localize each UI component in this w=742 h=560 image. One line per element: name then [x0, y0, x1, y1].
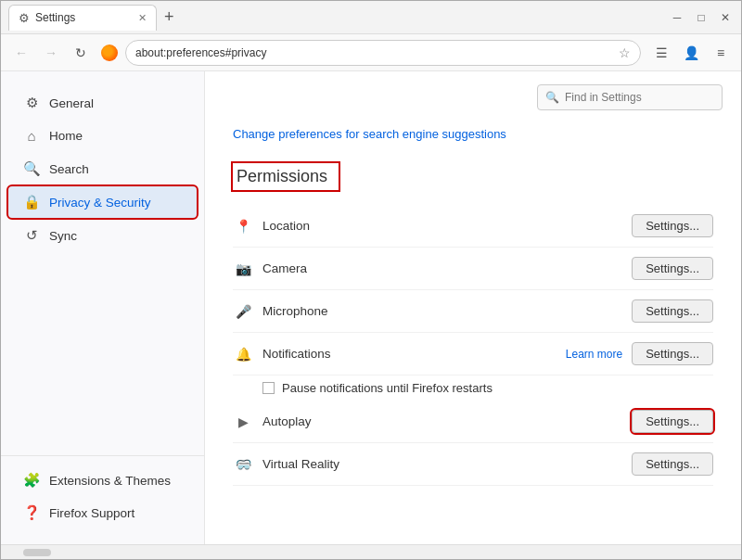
sidebar-item-home-label: Home [49, 129, 83, 143]
sidebar-item-extensions-label: Extensions & Themes [49, 474, 171, 488]
camera-settings-button[interactable]: Settings... [632, 257, 713, 280]
close-window-button[interactable]: ✕ [717, 9, 734, 26]
pause-notifications-label: Pause notifications until Firefox restar… [282, 381, 493, 395]
permission-label-autoplay: Autoplay [262, 414, 622, 428]
pause-notifications-checkbox[interactable] [262, 382, 275, 394]
permission-row-microphone: 🎤 Microphone Settings... [233, 290, 713, 333]
autoplay-icon: ▶ [233, 414, 253, 429]
pause-notifications-row: Pause notifications until Firefox restar… [233, 375, 713, 401]
sidebar-item-home[interactable]: ⌂ Home [8, 121, 197, 151]
notifications-icon: 🔔 [233, 347, 253, 362]
window-controls: ─ □ ✕ [669, 9, 734, 26]
find-input[interactable] [565, 91, 714, 104]
sync-icon: ↺ [23, 227, 40, 244]
permission-label-notifications: Notifications [262, 347, 551, 361]
sidebar-item-support[interactable]: ❓ Firefox Support [8, 497, 197, 528]
bookmark-star-icon[interactable]: ☆ [619, 45, 631, 60]
browser-window: ⚙ Settings ✕ + ─ □ ✕ ← → ↻ about:prefere… [0, 0, 742, 560]
minimize-button[interactable]: ─ [669, 9, 685, 26]
privacy-icon: 🔒 [23, 194, 40, 210]
microphone-settings-button[interactable]: Settings... [632, 299, 713, 323]
active-tab[interactable]: ⚙ Settings ✕ [8, 5, 157, 31]
permission-label-location: Location [262, 219, 622, 233]
suggestion-link[interactable]: Change preferences for search engine sug… [233, 127, 713, 141]
notifications-settings-button[interactable]: Settings... [632, 342, 713, 365]
general-icon: ⚙ [23, 95, 40, 111]
sidebar-bottom: 🧩 Extensions & Themes ❓ Firefox Support [1, 455, 204, 529]
permission-label-vr: Virtual Reality [262, 457, 622, 471]
find-in-settings[interactable]: 🔍 [537, 84, 723, 110]
content-area: ⚙ General ⌂ Home 🔍 Search 🔒 Privacy & Se… [1, 71, 741, 544]
support-icon: ❓ [23, 504, 40, 521]
permission-row-virtual-reality: 🥽 Virtual Reality Settings... [233, 443, 713, 486]
sidebar-item-privacy-label: Privacy & Security [49, 196, 151, 210]
home-icon: ⌂ [23, 128, 40, 144]
horizontal-scrollbar[interactable] [1, 544, 741, 559]
pocket-button[interactable]: ☰ [648, 40, 674, 66]
firefox-logo [101, 45, 118, 61]
sidebar-item-sync-label: Sync [49, 229, 77, 243]
sidebar-item-search-label: Search [49, 162, 89, 176]
location-icon: 📍 [233, 219, 253, 234]
find-icon: 🔍 [545, 91, 559, 104]
address-text: about:preferences#privacy [135, 46, 613, 59]
sidebar: ⚙ General ⌂ Home 🔍 Search 🔒 Privacy & Se… [1, 71, 205, 544]
tab-close-button[interactable]: ✕ [138, 12, 147, 24]
toolbar-icons: ☰ 👤 ≡ [648, 40, 734, 66]
menu-button[interactable]: ≡ [708, 40, 734, 66]
sidebar-item-extensions[interactable]: 🧩 Extensions & Themes [8, 465, 197, 496]
notifications-learn-more[interactable]: Learn more [566, 348, 622, 361]
sidebar-item-sync[interactable]: ↺ Sync [8, 220, 197, 251]
extensions-icon: 🧩 [23, 472, 40, 489]
forward-button[interactable]: → [38, 40, 64, 66]
reload-button[interactable]: ↻ [68, 40, 94, 66]
permission-row-notifications: 🔔 Notifications Learn more Settings... [233, 333, 713, 375]
autoplay-settings-button[interactable]: Settings... [632, 410, 713, 433]
search-icon: 🔍 [23, 160, 40, 177]
location-settings-button[interactable]: Settings... [632, 214, 713, 237]
permission-row-autoplay: ▶ Autoplay Settings... [233, 401, 713, 443]
microphone-icon: 🎤 [233, 304, 253, 319]
address-bar[interactable]: about:preferences#privacy ☆ [125, 40, 641, 66]
title-bar: ⚙ Settings ✕ + ─ □ ✕ [1, 1, 741, 34]
tab-title: Settings [35, 11, 75, 24]
main-panel: 🔍 Change preferences for search engine s… [205, 71, 741, 544]
vr-icon: 🥽 [233, 457, 253, 472]
camera-icon: 📷 [233, 261, 253, 276]
maximize-button[interactable]: □ [693, 9, 710, 26]
sidebar-item-general-label: General [49, 96, 94, 110]
sidebar-item-privacy[interactable]: 🔒 Privacy & Security [8, 186, 197, 218]
sidebar-item-search[interactable]: 🔍 Search [8, 153, 197, 185]
permission-label-microphone: Microphone [262, 304, 622, 318]
tab-settings-icon: ⚙ [19, 11, 30, 25]
sidebar-item-support-label: Firefox Support [49, 506, 134, 520]
sidebar-item-general[interactable]: ⚙ General [8, 87, 197, 119]
permission-label-camera: Camera [262, 261, 622, 275]
permission-row-location: 📍 Location Settings... [233, 205, 713, 248]
toolbar: ← → ↻ about:preferences#privacy ☆ ☰ 👤 ≡ [1, 34, 741, 71]
back-button[interactable]: ← [8, 40, 34, 66]
permission-row-camera: 📷 Camera Settings... [233, 248, 713, 290]
permissions-title: Permissions [233, 163, 339, 190]
vr-settings-button[interactable]: Settings... [632, 452, 713, 476]
new-tab-button[interactable]: + [164, 7, 174, 27]
account-button[interactable]: 👤 [678, 40, 704, 66]
scrollbar-thumb[interactable] [23, 549, 51, 556]
